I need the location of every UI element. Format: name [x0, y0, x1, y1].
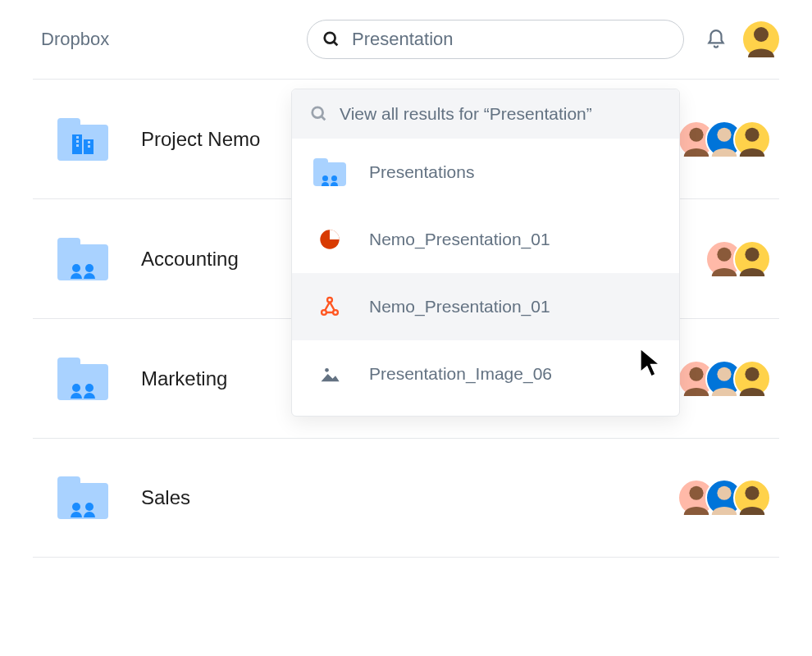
svg-point-8 — [327, 298, 332, 303]
search-result-label: Presentation_Image_06 — [369, 364, 552, 384]
search-result-label: Nemo_Presentation_01 — [369, 230, 550, 249]
notifications-icon[interactable] — [705, 29, 727, 50]
search-result-item[interactable]: Presentation_Image_06 — [292, 340, 679, 408]
header: Dropbox — [0, 0, 812, 79]
avatar — [733, 479, 771, 517]
svg-point-1 — [325, 33, 335, 43]
shared-avatars[interactable] — [677, 360, 771, 398]
header-right — [705, 21, 779, 57]
search-result-label: Presentations — [369, 162, 474, 182]
shared-avatars[interactable] — [705, 240, 771, 278]
folder-icon — [57, 476, 108, 519]
search-icon — [322, 30, 340, 48]
search-bar[interactable] — [307, 20, 684, 59]
search-icon — [310, 105, 328, 123]
folder-icon — [313, 156, 346, 189]
avatar — [733, 360, 771, 398]
avatar — [733, 240, 771, 278]
search-results-header[interactable]: View all results for “Presentation” — [292, 89, 679, 139]
folder-label: Sales — [141, 486, 645, 509]
folder-icon — [57, 238, 108, 280]
powerpoint-icon — [313, 223, 346, 256]
app-title: Dropbox — [41, 29, 287, 50]
svg-line-4 — [322, 116, 326, 121]
folder-row[interactable]: Sales — [33, 438, 779, 558]
search-results-header-text: View all results for “Presentation” — [340, 104, 592, 124]
search-container — [307, 20, 684, 59]
avatar — [733, 121, 771, 158]
folder-icon — [57, 118, 108, 161]
shared-avatars[interactable] — [677, 121, 771, 158]
user-avatar[interactable] — [743, 21, 779, 57]
shared-avatars[interactable] — [677, 479, 771, 517]
search-result-item[interactable]: Nemo_Presentation_01 — [292, 273, 679, 340]
svg-line-2 — [334, 42, 338, 46]
svg-point-9 — [325, 368, 329, 372]
svg-point-3 — [312, 107, 323, 118]
search-results-dropdown: View all results for “Presentation” Pres… — [291, 89, 680, 417]
folder-icon — [57, 358, 108, 400]
image-icon — [313, 358, 346, 390]
search-result-item[interactable]: Presentations — [292, 139, 679, 206]
search-result-label: Nemo_Presentation_01 — [369, 297, 550, 317]
pdf-icon — [313, 290, 346, 323]
search-input[interactable] — [350, 28, 668, 51]
search-result-item[interactable]: Nemo_Presentation_01 — [292, 206, 679, 273]
cursor-icon — [638, 346, 664, 382]
